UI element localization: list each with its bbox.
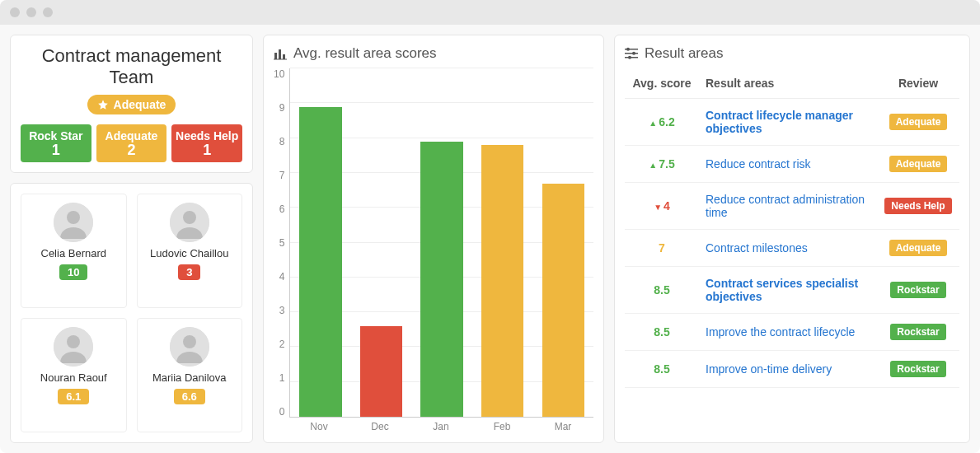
window-titlebar xyxy=(0,0,980,25)
svg-rect-10 xyxy=(283,54,285,59)
result-area-link[interactable]: Reduce contract risk xyxy=(706,157,811,170)
member-card[interactable]: Mariia Danilova6.6 xyxy=(137,318,243,432)
col-header-score: Avg. score xyxy=(625,68,699,99)
status-label: Rock Star xyxy=(24,129,88,142)
middle-column: Avg. result area scores 109876543210 Nov… xyxy=(263,35,604,443)
trend-down-icon: ▼ xyxy=(654,203,662,212)
window-control-dot[interactable] xyxy=(10,7,20,17)
result-area-link[interactable]: Contract services specialist objectives xyxy=(706,277,858,303)
bar-slot xyxy=(532,68,593,417)
svg-rect-8 xyxy=(274,53,277,59)
x-tick-label: Feb xyxy=(471,418,532,432)
window-control-dot[interactable] xyxy=(43,7,53,17)
app-window: Contract management Team Adequate Rock S… xyxy=(0,0,980,453)
chart-y-axis: 109876543210 xyxy=(274,68,289,418)
y-tick-label: 10 xyxy=(274,68,284,80)
trend-up-icon: ▲ xyxy=(649,161,657,170)
trend-up-icon: ▲ xyxy=(649,119,657,128)
window-control-dot[interactable] xyxy=(26,7,36,17)
chart-area: 109876543210 xyxy=(274,68,593,418)
review-badge: Adequate xyxy=(889,156,948,172)
svg-rect-13 xyxy=(625,53,638,54)
member-card[interactable]: Ludovic Chaillou3 xyxy=(137,194,243,308)
status-label: Adequate xyxy=(100,129,164,142)
y-tick-label: 2 xyxy=(279,339,285,350)
y-tick-label: 4 xyxy=(279,271,285,283)
y-tick-label: 5 xyxy=(279,237,285,249)
avg-score: 8.5 xyxy=(654,362,669,376)
result-areas-title: Result areas xyxy=(645,45,723,62)
status-summary-box[interactable]: Rock Star1 xyxy=(21,124,91,162)
result-area-link[interactable]: Contract milestones xyxy=(706,241,808,255)
bar-chart-icon xyxy=(274,47,287,60)
x-tick-label: Dec xyxy=(349,418,410,432)
table-row: ▼4Reduce contract administration timeNee… xyxy=(625,183,959,230)
y-tick-label: 8 xyxy=(279,136,285,147)
svg-point-5 xyxy=(67,335,80,348)
result-area-link[interactable]: Improve on-time delivery xyxy=(706,362,832,376)
bar-slot xyxy=(472,68,533,417)
chart-panel-header: Avg. result area scores xyxy=(274,45,593,62)
member-card[interactable]: Celia Bernard10 xyxy=(21,194,127,308)
y-tick-label: 3 xyxy=(279,305,285,316)
x-tick-label: Jan xyxy=(410,418,471,432)
chart-bar[interactable] xyxy=(299,107,341,417)
chart-bar[interactable] xyxy=(481,145,523,417)
chart-bar[interactable] xyxy=(542,184,584,417)
status-count: 1 xyxy=(24,142,88,157)
member-name: Ludovic Chaillou xyxy=(143,247,237,259)
member-score-badge: 6.1 xyxy=(58,389,89,404)
status-count: 1 xyxy=(175,142,239,157)
table-row: ▲7.5Reduce contract riskAdequate xyxy=(625,146,959,183)
status-summary-box[interactable]: Needs Help1 xyxy=(171,124,242,162)
x-tick-label: Mar xyxy=(532,418,593,432)
table-row: 7Contract milestonesAdequate xyxy=(625,230,959,267)
chart-bar[interactable] xyxy=(360,326,402,417)
avg-score: 8.5 xyxy=(654,283,669,297)
avatar xyxy=(170,203,209,242)
svg-rect-9 xyxy=(279,49,281,59)
col-header-review: Review xyxy=(877,68,959,99)
bar-slot xyxy=(411,68,472,417)
table-row: 8.5Improve the contract lifecycleRocksta… xyxy=(625,314,959,351)
review-badge: Adequate xyxy=(889,114,948,130)
member-name: Celia Bernard xyxy=(26,247,121,259)
chart-bars xyxy=(290,68,593,417)
y-tick-label: 9 xyxy=(279,102,285,114)
review-badge: Rockstar xyxy=(890,361,945,377)
svg-point-15 xyxy=(626,48,630,51)
avatar xyxy=(54,203,93,242)
team-title: Contract management Team xyxy=(21,45,242,88)
y-tick-label: 1 xyxy=(279,372,285,384)
member-score-badge: 6.6 xyxy=(174,389,205,404)
table-row: ▲6.2Contract lifecycle manager objective… xyxy=(625,99,959,146)
avg-score: ▲7.5 xyxy=(649,157,674,170)
member-score-badge: 10 xyxy=(59,264,87,280)
team-status-label: Adequate xyxy=(114,98,166,111)
left-column: Contract management Team Adequate Rock S… xyxy=(10,35,253,443)
y-tick-label: 0 xyxy=(279,406,285,418)
result-areas-table: Avg. score Result areas Review ▲6.2Contr… xyxy=(625,68,959,388)
result-area-link[interactable]: Improve the contract lifecycle xyxy=(706,325,855,339)
svg-point-17 xyxy=(628,56,631,59)
chart-card: Avg. result area scores 109876543210 Nov… xyxy=(263,35,604,443)
result-area-link[interactable]: Contract lifecycle manager objectives xyxy=(706,109,853,135)
status-label: Needs Help xyxy=(175,129,239,142)
svg-point-3 xyxy=(183,211,196,224)
bar-slot xyxy=(290,68,351,417)
result-area-link[interactable]: Reduce contract administration time xyxy=(706,193,865,219)
chart-x-axis: NovDecJanFebMar xyxy=(288,418,593,432)
avg-score: 8.5 xyxy=(654,325,669,339)
result-areas-card: Result areas Avg. score Result areas Rev… xyxy=(614,35,970,443)
svg-point-16 xyxy=(632,52,635,55)
team-status-pill: Adequate xyxy=(87,95,176,114)
result-areas-header: Result areas xyxy=(625,45,959,62)
status-summary-box[interactable]: Adequate2 xyxy=(96,124,167,162)
review-badge: Rockstar xyxy=(890,282,945,298)
member-card[interactable]: Nouran Raouf6.1 xyxy=(21,318,127,432)
y-tick-label: 6 xyxy=(279,203,285,215)
svg-point-7 xyxy=(183,335,196,348)
member-name: Mariia Danilova xyxy=(143,371,237,384)
member-name: Nouran Raouf xyxy=(26,371,121,384)
chart-bar[interactable] xyxy=(420,142,462,417)
